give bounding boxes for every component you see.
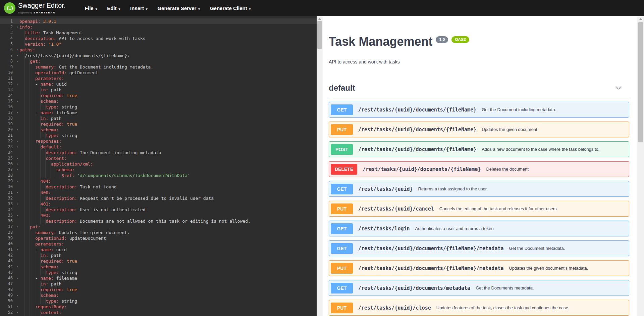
caret-down-icon: ▾ [198, 7, 200, 11]
line-number: 16 [0, 104, 19, 110]
code-line: 28$ref: '#/components/schemas/TaskDocume… [0, 173, 317, 178]
preview-scrollbar[interactable] [637, 16, 644, 316]
operation-row-get[interactable]: GET/rest/tasks/{uuid}Returns a task assi… [329, 181, 629, 197]
main-split: 1openapi: 3.0.12▾info:3title: Task Manag… [0, 16, 644, 316]
fold-caret-icon[interactable]: ▾ [16, 247, 18, 253]
fold-caret-icon[interactable]: ▾ [16, 58, 18, 64]
operation-summary: Cancels the editing of the task and rele… [439, 206, 557, 211]
code-text: description: API to access and work with… [19, 36, 317, 41]
fold-caret-icon[interactable]: ▾ [16, 144, 18, 150]
operation-row-put[interactable]: PUT/rest/tasks/{uuid}/closeUpdates featu… [329, 300, 629, 316]
operation-path: /rest/tasks/{uuid}/documents/{fileName}/… [358, 245, 503, 252]
operation-row-put[interactable]: PUT/rest/tasks/{uuid}/cancelCancels the … [329, 201, 629, 217]
operation-row-get[interactable]: GET/rest/tasks/{uuid}/documents/{fileNam… [329, 240, 629, 256]
menu-insert[interactable]: Insert▾ [125, 5, 152, 11]
fold-caret-icon[interactable]: ▾ [16, 292, 18, 298]
line-number: 29▾ [0, 178, 19, 184]
preview-scrollbar-thumb[interactable] [638, 22, 643, 142]
fold-caret-icon[interactable]: ▾ [16, 155, 18, 161]
fold-caret-icon[interactable]: ▾ [16, 110, 18, 116]
code-line: 8▾get: [0, 58, 317, 64]
method-badge: GET [331, 223, 353, 234]
code-line: 34description: User is not authenticated [0, 207, 317, 213]
method-badge: GET [331, 104, 353, 115]
code-line: 21type: string [0, 133, 317, 138]
swagger-logo-icon: {…} [4, 2, 15, 14]
operation-path: /rest/tasks/{uuid}/documents/{fileName}/… [358, 265, 503, 271]
code-text: 401: [19, 201, 317, 207]
code-line: 12▾- name: uuid [0, 81, 317, 87]
operation-row-get[interactable]: GET/rest/tasks/{uuid}/documents/metadata… [329, 280, 629, 296]
fold-caret-icon[interactable]: ▾ [16, 47, 18, 53]
line-number: 11 [0, 76, 19, 81]
fold-caret-icon[interactable]: ▾ [16, 98, 18, 104]
fold-caret-icon[interactable]: ▾ [16, 161, 18, 167]
operation-path: /rest/tasks/{uuid}/cancel [358, 206, 434, 212]
scroll-up-arrow-icon[interactable] [318, 18, 321, 20]
code-line: 33▾401: [0, 201, 317, 207]
code-line: 14required: true [0, 93, 317, 98]
fold-caret-icon[interactable]: ▾ [16, 264, 18, 270]
fold-caret-icon[interactable]: ▾ [16, 201, 18, 207]
code-line: 52▾content: [0, 310, 317, 315]
fold-caret-icon[interactable]: ▾ [16, 81, 18, 87]
code-line: 19required: true [0, 121, 317, 127]
fold-caret-icon[interactable]: ▾ [16, 275, 18, 281]
line-number: 8▾ [0, 58, 19, 64]
line-number: 24 [0, 150, 19, 155]
operation-row-delete[interactable]: DELETE/rest/tasks/{uuid}/documents/{file… [329, 161, 629, 177]
chevron-down-icon[interactable] [615, 85, 622, 91]
code-text: type: string [19, 104, 317, 110]
operation-row-put[interactable]: PUT/rest/tasks/{uuid}/documents/{fileNam… [329, 260, 629, 276]
yaml-editor[interactable]: 1openapi: 3.0.12▾info:3title: Task Manag… [0, 16, 317, 316]
fold-caret-icon[interactable]: ▾ [16, 138, 18, 144]
section-header-default[interactable]: default [329, 83, 629, 97]
fold-caret-icon[interactable]: ▾ [16, 24, 18, 30]
method-badge: PUT [331, 204, 353, 214]
operation-path: /rest/tasks/{uuid} [358, 186, 413, 192]
operation-row-put[interactable]: PUT/rest/tasks/{uuid}/documents/{fileNam… [329, 122, 629, 137]
code-text: summary: Get the Document including meta… [19, 64, 317, 70]
menu-bar: File▾Edit▾Insert▾Generate Server▾Generat… [80, 5, 256, 11]
operation-summary: Get the Documents metadata. [476, 285, 534, 290]
fold-caret-icon[interactable]: ▾ [16, 224, 18, 230]
line-number: 31▾ [0, 190, 19, 195]
fold-caret-icon[interactable]: ▾ [16, 213, 18, 218]
api-description: API to access and work with tasks [329, 59, 629, 64]
code-line: 17▾- name: fileName [0, 110, 317, 116]
code-line: 48required: true [0, 287, 317, 292]
code-text: 404: [19, 178, 317, 184]
scroll-up-arrow-icon[interactable] [639, 18, 642, 20]
code-line: 2▾info: [0, 24, 317, 30]
code-text: content: [19, 155, 317, 161]
operation-row-get[interactable]: GET/rest/tasks/{uuid}/documents/{fileNam… [329, 102, 629, 118]
editor-scrollbar[interactable] [317, 16, 323, 316]
code-line: 42in: path [0, 253, 317, 258]
code-text: info: [19, 24, 317, 30]
fold-caret-icon[interactable]: ▾ [16, 304, 18, 310]
code-text: openapi: 3.0.1 [19, 18, 317, 24]
method-badge: PUT [331, 303, 353, 313]
code-text: get: [19, 58, 317, 64]
operation-row-get[interactable]: GET/rest/tasks/loginAuthenticates a user… [329, 221, 629, 236]
menu-edit[interactable]: Edit▾ [102, 5, 125, 11]
fold-caret-icon[interactable]: ▾ [16, 310, 18, 315]
operation-row-post[interactable]: POST/rest/tasks/{uuid}/documents/{fileNa… [329, 141, 629, 157]
fold-caret-icon[interactable]: ▾ [16, 53, 18, 58]
line-number: 28 [0, 173, 19, 178]
fold-caret-icon[interactable]: ▾ [16, 190, 18, 195]
operation-path: /rest/tasks/{uuid}/documents/{fileName} [358, 127, 476, 133]
menu-generate-server[interactable]: Generate Server▾ [152, 5, 205, 11]
fold-caret-icon[interactable]: ▾ [16, 178, 18, 184]
line-number: 34 [0, 207, 19, 213]
method-badge: GET [331, 184, 353, 194]
editor-scrollbar-thumb[interactable] [317, 21, 322, 49]
line-number: 51▾ [0, 304, 19, 310]
menu-file[interactable]: File▾ [80, 5, 102, 11]
fold-caret-icon[interactable]: ▾ [16, 167, 18, 173]
fold-caret-icon[interactable]: ▾ [16, 127, 18, 133]
code-text: - name: fileName [19, 275, 317, 281]
menu-generate-client[interactable]: Generate Client▾ [205, 5, 256, 11]
brand-title: Swagger Editor. [18, 2, 65, 10]
code-text: responses: [19, 138, 317, 144]
